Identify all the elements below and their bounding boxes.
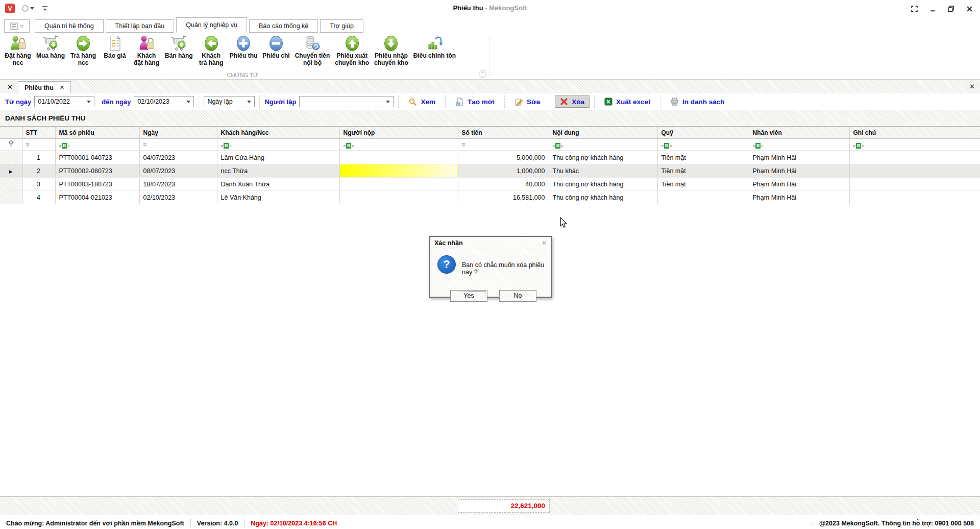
row-selector[interactable] bbox=[0, 191, 22, 204]
page-plus-icon bbox=[455, 98, 464, 106]
separator bbox=[199, 95, 199, 108]
row-selector[interactable] bbox=[0, 178, 22, 191]
filter-cell-quy[interactable]: aBc bbox=[657, 139, 749, 151]
oval-arrow-right-icon bbox=[75, 35, 92, 52]
ribbon-item-khach-dat-hang[interactable]: Khách đặt hàng bbox=[131, 34, 162, 67]
filter-cell-stt[interactable]: = bbox=[22, 139, 55, 151]
row-selector[interactable] bbox=[0, 151, 22, 164]
edit-button[interactable]: Sửa bbox=[509, 95, 545, 108]
ribbon-collapse-button[interactable]: ^ bbox=[479, 70, 486, 78]
dialog-message: Bạn có chắc muốn xóa phiếu này ? bbox=[462, 261, 551, 276]
separator bbox=[504, 95, 505, 108]
list-title: DANH SÁCH PHIẾU THU bbox=[5, 114, 86, 122]
export-excel-button[interactable]: Xuất excel bbox=[599, 95, 655, 108]
fullscreen-button[interactable] bbox=[908, 3, 921, 14]
column-header-nguoi-nop[interactable]: Người nộp bbox=[339, 127, 458, 139]
menu-tab-quan-tri-he-thong[interactable]: Quản trị hệ thống bbox=[35, 19, 104, 33]
menu-tab-quan-ly-nghiep-vu[interactable]: Quản lý nghiệp vụ bbox=[176, 17, 247, 33]
column-header-noi-dung[interactable]: Nội dung bbox=[549, 127, 657, 139]
filter-cell-nhan-vien[interactable]: aBc bbox=[749, 139, 849, 151]
column-header-ghi-chu[interactable]: Ghi chú bbox=[849, 127, 980, 139]
table-row[interactable]: 1 PTT00001-040723 04/07/2023 Lâm Cửa Hàn… bbox=[0, 151, 980, 164]
ribbon-item-phieu-xuat-chuyen-kho[interactable]: Phiếu xuất chuyển kho bbox=[332, 34, 372, 67]
minimize-button[interactable] bbox=[926, 3, 939, 14]
filter-toolbar: Từ ngày 01/10/2022 đến ngày 02/10/2023 N… bbox=[0, 93, 980, 110]
ribbon-item-mua-hang[interactable]: Mua hàng bbox=[34, 34, 67, 60]
dialog-title-bar[interactable]: Xác nhận ✕ bbox=[430, 237, 551, 249]
ribbon-item-tra-hang-ncc[interactable]: Trả hàng ncc bbox=[67, 34, 99, 67]
separator bbox=[660, 95, 660, 108]
filter-cell-ma-so-phieu[interactable]: aBc bbox=[55, 139, 139, 151]
view-button[interactable]: Xem bbox=[403, 95, 440, 108]
column-header-stt[interactable]: STT bbox=[22, 127, 55, 139]
person-bag-pink-icon bbox=[138, 35, 155, 52]
ribbon-item-chuyen-tien-noi-bo[interactable]: Chuyển tiền nội bộ bbox=[292, 34, 333, 67]
column-header-ma-so-phieu[interactable]: Mã số phiếu bbox=[55, 127, 139, 139]
filter-cell-khach-hang[interactable]: aBc bbox=[217, 139, 339, 151]
close-tab-left-button[interactable]: ✕ bbox=[7, 83, 13, 91]
abc-filter-icon: aBc bbox=[753, 143, 764, 149]
filter-cell-noi-dung[interactable]: aBc bbox=[549, 139, 657, 151]
creator-select[interactable] bbox=[299, 96, 394, 107]
column-header-quy[interactable]: Quỹ bbox=[657, 127, 749, 139]
filter-cell-nguoi-nop[interactable]: aBc bbox=[339, 139, 458, 151]
highlighted-payer-cell[interactable] bbox=[339, 164, 458, 178]
column-header-khach-hang[interactable]: Khách hàng/Ncc bbox=[217, 127, 339, 139]
filter-row-pin[interactable] bbox=[0, 139, 22, 151]
to-date-input[interactable]: 02/10/2023 bbox=[134, 96, 194, 107]
status-bar: Chào mừng: Administrator đến với phần mề… bbox=[0, 517, 980, 529]
ribbon-item-dat-hang-ncc[interactable]: Đặt hàng ncc bbox=[2, 34, 34, 67]
column-header-ngay[interactable]: Ngày bbox=[139, 127, 217, 139]
close-button[interactable] bbox=[963, 3, 976, 14]
dialog-close-icon[interactable]: ✕ bbox=[542, 239, 547, 247]
filter-cell-ghi-chu[interactable]: aBc bbox=[849, 139, 980, 151]
create-new-button[interactable]: Tạo mới bbox=[450, 95, 500, 108]
menu-tab-bao-cao-thong-ke[interactable]: Báo cáo thống kê bbox=[249, 19, 318, 33]
pin-icon bbox=[9, 140, 13, 148]
filter-cell-so-tien[interactable]: = bbox=[458, 139, 549, 151]
ribbon-item-dieu-chinh-ton[interactable]: Điều chỉnh tồn bbox=[411, 34, 458, 60]
magnifier-icon bbox=[408, 98, 417, 106]
separator bbox=[445, 95, 446, 108]
table-row[interactable]: 3 PTT00003-180723 18/07/2023 Danh Xuân T… bbox=[0, 178, 980, 191]
delete-button[interactable]: Xóa bbox=[555, 95, 590, 108]
app-menu-button[interactable]: ▽ bbox=[4, 19, 30, 33]
separator bbox=[594, 95, 595, 108]
yes-button[interactable]: Yes bbox=[450, 290, 487, 302]
restore-button[interactable] bbox=[944, 3, 958, 14]
doc-tab-phieu-thu[interactable]: Phiếu thu ✕ bbox=[18, 81, 71, 93]
list-icon bbox=[10, 22, 18, 30]
receipt-table: STT Mã số phiếu Ngày Khách hàng/Ncc Ngườ… bbox=[0, 126, 980, 204]
from-date-label: Từ ngày bbox=[5, 98, 31, 106]
creator-label: Người lập bbox=[264, 98, 296, 106]
chart-adjust-icon bbox=[426, 35, 443, 52]
ribbon-item-phieu-nhap-chuyen-kho[interactable]: Phiếu nhập chuyển kho bbox=[372, 34, 411, 67]
row-selector[interactable]: ▶ bbox=[0, 164, 22, 178]
print-list-button[interactable]: In danh sách bbox=[665, 95, 730, 108]
oval-arrow-left-icon bbox=[203, 35, 220, 52]
abc-filter-icon: aBc bbox=[662, 143, 672, 149]
date-type-select[interactable]: Ngày lập bbox=[204, 96, 255, 107]
separator bbox=[550, 95, 550, 108]
column-header-nhan-vien[interactable]: Nhân viên bbox=[749, 127, 849, 139]
menu-tab-tro-giup[interactable]: Trợ giúp bbox=[320, 19, 363, 33]
menu-tab-thiet-lap-ban-dau[interactable]: Thiết lập ban đầu bbox=[106, 19, 175, 33]
from-date-input[interactable]: 01/10/2022 bbox=[34, 96, 94, 107]
ribbon-item-phieu-thu[interactable]: Phiếu thu bbox=[227, 34, 260, 60]
close-tab-right-button[interactable]: ✕ bbox=[969, 83, 975, 90]
ribbon-item-phieu-chi[interactable]: Phiếu chi bbox=[260, 34, 292, 60]
chevron-down-icon bbox=[87, 101, 91, 103]
printer-icon bbox=[670, 98, 679, 106]
document-icon bbox=[106, 35, 124, 52]
table-row-selected[interactable]: ▶ 2 PTT00002-080723 08/07/2023 ncc Thừa … bbox=[0, 164, 980, 178]
table-row[interactable]: 4 PTT00004-021023 02/10/2023 Lê Văn Khán… bbox=[0, 191, 980, 204]
close-icon[interactable]: ✕ bbox=[60, 84, 64, 91]
ribbon-item-ban-hang[interactable]: Bán hàng bbox=[162, 34, 195, 60]
no-button[interactable]: No bbox=[499, 290, 536, 302]
ribbon-item-bao-gia[interactable]: Báo giá bbox=[99, 34, 131, 60]
ribbon-item-khach-tra-hang[interactable]: Khách trả hàng bbox=[195, 34, 227, 67]
column-header-so-tien[interactable]: Số tiền bbox=[458, 127, 549, 139]
total-amount: 22,621,000 bbox=[458, 499, 550, 513]
filter-cell-ngay[interactable]: = bbox=[139, 139, 217, 151]
mouse-cursor bbox=[559, 217, 568, 228]
